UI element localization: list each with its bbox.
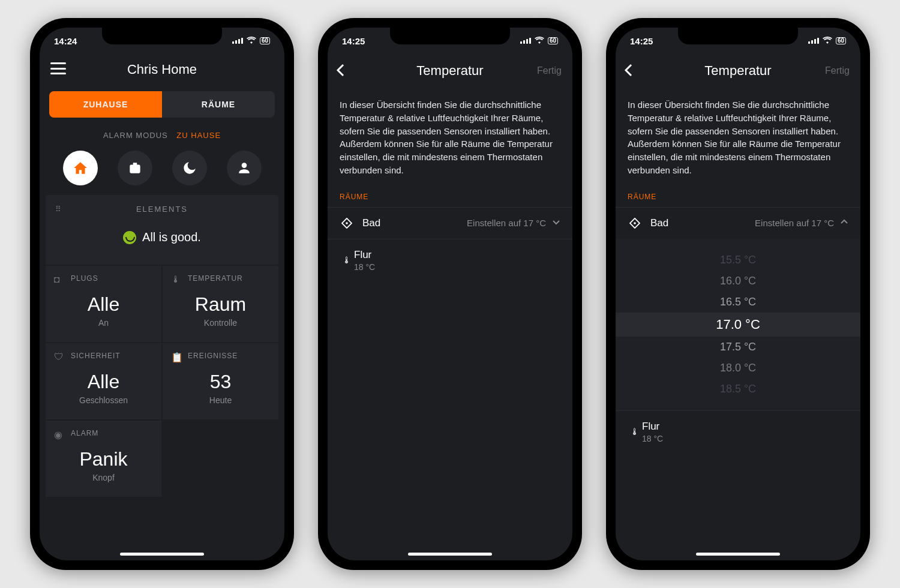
done-button[interactable]: Fertig	[537, 65, 562, 76]
status-good-icon	[123, 231, 136, 244]
status-time: 14:25	[342, 36, 365, 46]
phone-temperature-collapsed: 14:25 60 Temperatur Fertig In dieser Übe…	[318, 18, 582, 570]
wifi-icon	[247, 37, 256, 46]
back-button[interactable]	[624, 64, 632, 79]
svg-point-0	[346, 222, 348, 224]
home-indicator[interactable]	[696, 553, 780, 556]
status-time: 14:24	[54, 36, 77, 46]
wifi-icon	[535, 37, 544, 46]
elements-card[interactable]: ⠿ ELEMENTS All is good.	[46, 195, 278, 265]
mode-home-button[interactable]	[63, 151, 98, 185]
mode-away-button[interactable]	[118, 151, 152, 185]
home-indicator[interactable]	[120, 553, 204, 556]
alarm-icon: ◉	[54, 429, 62, 440]
battery-indicator: 60	[260, 37, 270, 44]
grid-icon: ⠿	[55, 205, 62, 214]
picker-option[interactable]: 17.5 °C	[616, 337, 860, 358]
tile-plugs[interactable]: ◘ PLUGS Alle An	[46, 266, 161, 342]
picker-option[interactable]: 15.5 °C	[616, 250, 860, 271]
status-time: 14:25	[630, 36, 653, 46]
svg-point-1	[634, 222, 636, 224]
picker-option[interactable]: 16.0 °C	[616, 271, 860, 292]
phone-temperature-expanded: 14:25 60 Temperatur Fertig In dieser Übe…	[606, 18, 870, 570]
signal-icon	[808, 38, 819, 44]
elements-message: All is good.	[142, 230, 201, 244]
thermometer-icon: 🌡	[628, 427, 642, 437]
temperature-picker[interactable]: 15.5 °C 16.0 °C 16.5 °C 17.0 °C 17.5 °C …	[616, 239, 860, 410]
picker-option[interactable]: 18.0 °C	[616, 358, 860, 379]
battery-indicator: 60	[548, 37, 558, 44]
section-header-rooms: RÄUME	[328, 193, 572, 207]
chevron-down-icon	[552, 218, 560, 229]
tile-sicherheit[interactable]: 🛡 SICHERHEIT Alle Geschlossen	[46, 343, 161, 419]
thermometer-icon: 🌡	[171, 274, 181, 285]
plug-icon: ◘	[54, 274, 60, 285]
tile-ereignisse[interactable]: 📋 EREIGNISSE 53 Heute	[163, 343, 278, 419]
tab-raeume[interactable]: RÄUME	[162, 91, 275, 118]
room-row-bad-expanded[interactable]: Bad Einstellen auf 17 °C	[616, 207, 860, 239]
description-text: In dieser Übersicht finden Sie die durch…	[616, 88, 860, 193]
room-row-bad[interactable]: Bad Einstellen auf 17 °C	[328, 207, 572, 239]
wifi-icon	[823, 37, 832, 46]
home-title: Chris Home	[127, 62, 197, 77]
home-nav: Chris Home	[40, 54, 284, 85]
mode-user-button[interactable]	[227, 151, 262, 185]
shield-icon: 🛡	[54, 352, 64, 362]
page-title: Temperatur	[328, 63, 572, 79]
description-text: In dieser Übersicht finden Sie die durch…	[328, 88, 572, 193]
tab-segment: ZUHAUSE RÄUME	[49, 91, 275, 118]
chevron-up-icon	[840, 218, 848, 229]
home-indicator[interactable]	[408, 553, 492, 556]
section-header-rooms: RÄUME	[616, 193, 860, 207]
page-title: Temperatur	[616, 63, 860, 79]
signal-icon	[520, 38, 531, 44]
phone-home: 14:24 ➤ 60 Chris Home ZUHAUSE RÄUME ALAR…	[30, 18, 294, 570]
done-button[interactable]: Fertig	[825, 65, 850, 76]
room-row-flur[interactable]: 🌡 Flur 18 °C	[616, 410, 860, 453]
picker-option[interactable]: 18.5 °C	[616, 379, 860, 400]
tile-alarm[interactable]: ◉ ALARM Panik Knopf	[46, 421, 161, 497]
alarm-mode-current: ZU HAUSE	[176, 131, 221, 140]
room-icon	[340, 218, 354, 229]
battery-indicator: 60	[836, 37, 846, 44]
room-icon	[628, 218, 642, 229]
back-button[interactable]	[336, 64, 344, 79]
thermometer-icon: 🌡	[340, 255, 354, 266]
signal-icon	[232, 38, 243, 44]
picker-option[interactable]: 16.5 °C	[616, 292, 860, 313]
alarm-mode-label: ALARM MODUS ZU HAUSE	[40, 131, 284, 140]
menu-icon[interactable]	[50, 62, 66, 74]
clipboard-icon: 📋	[171, 352, 183, 363]
picker-option-selected[interactable]: 17.0 °C	[616, 313, 860, 337]
room-row-flur[interactable]: 🌡 Flur 18 °C	[328, 239, 572, 281]
tile-temperatur[interactable]: 🌡 TEMPERATUR Raum Kontrolle	[163, 266, 278, 342]
elements-title: ELEMENTS	[136, 205, 188, 214]
tab-zuhause[interactable]: ZUHAUSE	[49, 91, 162, 118]
mode-night-button[interactable]	[172, 151, 207, 185]
